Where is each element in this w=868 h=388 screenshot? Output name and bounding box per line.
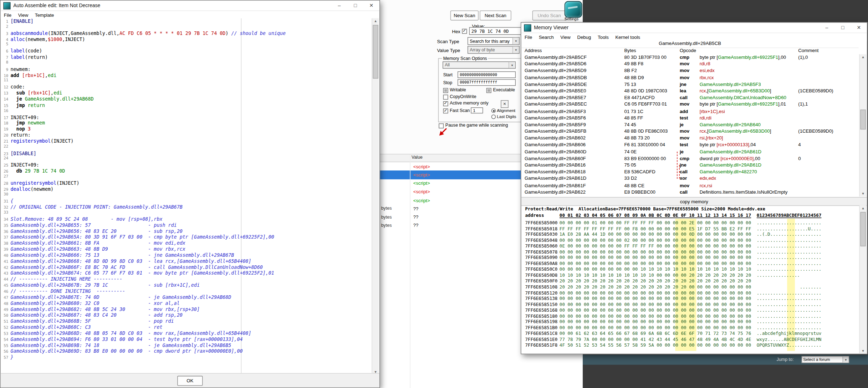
editor-line-57[interactable]: 57} xyxy=(2,354,372,361)
editor-line-49[interactable]: 49GameAssembly.dll+29AB682: 48 8B 5C 24 … xyxy=(2,306,372,312)
cheat-engine-logo-icon[interactable] xyxy=(565,1,582,18)
editor-line-39[interactable]: 39GameAssembly.dll+29AB663: 48 8B D9 - m… xyxy=(2,246,372,252)
editor-line-23[interactable]: 23[DISABLE] xyxy=(2,150,372,156)
hex-row[interactable]: 7FF6E65851F84F 50 51 52 53 54 55 56 57 5… xyxy=(525,342,859,348)
hex-row[interactable]: 7FF6E658516800 00 00 00 00 00 00 00 00 0… xyxy=(525,307,859,313)
hex-row[interactable]: 7FF6E65850F020 20 20 20 20 20 20 20 20 2… xyxy=(525,278,859,284)
menu-item-debug[interactable]: Debug xyxy=(577,34,591,40)
hex-row[interactable]: 7FF6E65851E077 78 79 7A 00 00 00 00 00 0… xyxy=(525,337,859,342)
editor-line-12[interactable]: 12code: xyxy=(2,84,372,90)
editor-line-10[interactable]: 10add [rbx+1C],edi xyxy=(2,72,372,78)
editor-line-51[interactable]: 51GameAssembly.dll+29AB68B: 5F - pop rdi xyxy=(2,318,372,325)
menu-item-tools[interactable]: Tools xyxy=(598,34,609,40)
editor-line-27[interactable]: 27 xyxy=(2,174,372,180)
chevron-down-icon[interactable]: ▼ xyxy=(512,38,519,45)
disasm-row[interactable]: GameAssembly.dll+29AB5ECC6 05 FE6FF703 0… xyxy=(521,102,859,108)
next-scan-button[interactable]: Next Scan xyxy=(480,10,511,20)
column-header-comment[interactable]: Comment xyxy=(798,47,818,53)
editor-line-29[interactable]: 29dealloc(newmem) xyxy=(2,186,372,192)
maximize-button[interactable]: □ xyxy=(835,23,851,33)
editor-line-5[interactable]: 5 xyxy=(2,42,372,48)
column-header-opcode[interactable]: Opcode xyxy=(680,47,696,53)
scroll-down-icon[interactable]: ▼ xyxy=(860,191,867,196)
column-header-bytes[interactable]: Bytes xyxy=(624,47,636,53)
editor-line-13[interactable]: 13 sub [rbx+1C],edi xyxy=(2,90,372,96)
editor-line-34[interactable]: 34Slot.Remove: 48 89 5C 24 08 - mov [rsp… xyxy=(2,216,372,223)
editor-line-28[interactable]: 28unregistersymbol(INJECT) xyxy=(2,180,372,187)
hex-row[interactable]: 7FF6E658510820 20 20 20 20 20 20 20 20 2… xyxy=(525,284,859,290)
scrollbar-thumb[interactable] xyxy=(860,109,866,129)
hex-row[interactable]: 7FF6E658500000 00 00 00 01 00 00 00 FF F… xyxy=(525,220,859,225)
hex-row[interactable]: 7FF6E658515000 00 00 00 00 00 00 00 00 0… xyxy=(525,301,859,307)
scroll-down-icon[interactable]: ▼ xyxy=(860,348,867,354)
hex-row[interactable]: 7FF6E65851B000 00 00 00 00 00 00 00 00 0… xyxy=(525,325,859,331)
ok-button[interactable]: OK xyxy=(177,376,203,386)
aa-title-bar[interactable]: Auto Assemble edit: Item Not Decrease – … xyxy=(1,1,379,11)
hex-row[interactable]: 7FF6E65850D810 10 10 10 10 10 10 10 10 1… xyxy=(525,272,859,278)
value-column-header[interactable]: Value xyxy=(412,155,423,160)
hex-view[interactable]: Protect:Read/Write AllocationBase=7FF6E6… xyxy=(522,205,858,353)
editor-line-32[interactable]: 32// ORIGINAL CODE - INJECTION POINT: Ga… xyxy=(2,204,372,210)
value-type-select[interactable]: Array of byte ▼ xyxy=(468,46,520,54)
editor-line-1[interactable]: 1[ENABLE] xyxy=(2,18,372,24)
disasm-row[interactable]: GameAssembly.dll+29AB61D33 D2xoredx,edx xyxy=(521,176,859,183)
mv-title-bar[interactable]: Memory Viewer – □ ✕ xyxy=(521,23,867,33)
editor-line-18[interactable]: 18 jmp newmem xyxy=(2,120,372,126)
editor-line-6[interactable]: 6label(code) xyxy=(2,48,372,54)
minimize-button[interactable]: – xyxy=(819,23,835,33)
disasm-row[interactable]: GameAssembly.dll+29AB5F301 73 1Cadd[rbx+… xyxy=(521,108,859,115)
scan-type-select[interactable]: Search for this array ▼ xyxy=(468,37,520,45)
editor-line-37[interactable]: 37GameAssembly.dll+29AB65A: 80 3D 91 6F … xyxy=(2,234,372,240)
editor-line-56[interactable]: 56GameAssembly.dll+29AB69D: 83 B8 E0 00 … xyxy=(2,348,372,354)
disasm-row[interactable]: GameAssembly.dll+29AB60D74 0EjeGameAssem… xyxy=(521,149,859,155)
disasm-row[interactable]: GameAssembly.dll+29AB60F83 B9 E0000000 0… xyxy=(521,155,859,162)
editor-line-36[interactable]: 36GameAssembly.dll+29AB656: 48 83 EC 20 … xyxy=(2,228,372,234)
scroll-up-icon[interactable]: ▲ xyxy=(860,54,867,60)
editor-line-45[interactable]: 45GameAssembly.dll+29AB67B: 29 7B 1C - s… xyxy=(2,282,372,289)
editor-line-52[interactable]: 52GameAssembly.dll+29AB68C: C3 - ret xyxy=(2,325,372,331)
editor-line-43[interactable]: 43GameAssembly.dll+29AB674: C6 05 77 6F … xyxy=(2,270,372,276)
chevron-down-icon[interactable]: ▼ xyxy=(843,357,849,363)
current-address-bar[interactable]: GameAssembly.dll+29AB5CB xyxy=(521,40,859,48)
editor-line-21[interactable]: 21registersymbol(INJECT) xyxy=(2,138,372,144)
region-select[interactable]: All ▼ xyxy=(443,61,516,68)
menu-item-file[interactable]: File xyxy=(525,34,532,40)
menu-item-view[interactable]: View xyxy=(560,34,570,40)
disasm-row[interactable]: GameAssembly.dll+29AB5DB48 8B D9movrbx,r… xyxy=(521,75,859,81)
menu-item-file[interactable]: File xyxy=(4,12,11,18)
editor-line-15[interactable]: 15 jmp return xyxy=(2,102,372,108)
forum-select[interactable]: Select a forum ▼ xyxy=(802,356,849,363)
editor-line-22[interactable]: 22 xyxy=(2,144,372,150)
editor-line-44[interactable]: 44// ---------- INJECTING HERE ---------… xyxy=(2,276,372,282)
editor-line-35[interactable]: 35GameAssembly.dll+29AB655: 57 - push rd… xyxy=(2,222,372,228)
hex-scrollbar[interactable]: ▲ ▼ xyxy=(859,205,866,354)
editor-line-31[interactable]: 31{ xyxy=(2,198,372,204)
editor-line-2[interactable]: 2 xyxy=(2,24,372,30)
disasm-row[interactable]: GameAssembly.dll+29AB5E7E8 4471ACFDcallG… xyxy=(521,95,859,102)
undo-scan-button[interactable]: Undo Scan xyxy=(532,10,566,20)
disasm-row[interactable]: GameAssembly.dll+29AB61675 05jneGameAsse… xyxy=(521,162,859,169)
editor-scrollbar[interactable]: ▲ ▼ xyxy=(372,18,379,375)
minimize-button[interactable]: – xyxy=(331,1,347,11)
hex-row[interactable]: 7FF6E658513800 00 00 00 00 00 00 00 00 0… xyxy=(525,296,859,301)
maximize-button[interactable]: □ xyxy=(347,1,363,11)
disasm-row[interactable]: GameAssembly.dll+29AB5DE75 13jneGameAsse… xyxy=(521,81,859,88)
hex-row[interactable]: 7FF6E65850301A E0 28 AA 44 1D 00 00 00 0… xyxy=(525,231,859,237)
hex-row[interactable]: 7FF6E65850A800 00 00 00 00 00 00 00 00 0… xyxy=(525,261,859,266)
fast-scan-checkbox[interactable] xyxy=(443,108,448,113)
active-memory-checkbox[interactable] xyxy=(443,101,448,106)
disasm-row[interactable]: GameAssembly.dll+29AB606F6 81 33010000 0… xyxy=(521,142,859,149)
disasm-row[interactable]: GameAssembly.dll+29AB618E8 536CADFDcallG… xyxy=(521,169,859,176)
scroll-up-icon[interactable]: ▲ xyxy=(372,18,379,24)
editor-line-19[interactable]: 19 nop 3 xyxy=(2,126,372,132)
editor-line-40[interactable]: 40GameAssembly.dll+29AB666: 75 13 - jne … xyxy=(2,252,372,259)
editor-line-48[interactable]: 48GameAssembly.dll+29AB680: 32 C0 - xor … xyxy=(2,300,372,306)
chevron-down-icon[interactable]: ▼ xyxy=(509,62,515,68)
copy-memory-button[interactable]: copy memory xyxy=(521,197,867,206)
hex-row[interactable]: 7FF6E6585018FF FF FF FF FF FF FF FF 00 F… xyxy=(525,226,859,231)
writable-checkbox[interactable] xyxy=(443,88,448,93)
editor-line-41[interactable]: 41GameAssembly.dll+29AB668: 48 8D 0D 99 … xyxy=(2,258,372,264)
stop-input[interactable]: 00007fffffffffff xyxy=(458,79,516,86)
hex-row[interactable]: 7FF6E658509000 00 00 00 00 00 00 00 00 0… xyxy=(525,255,859,260)
editor-line-11[interactable]: 11 xyxy=(2,78,372,85)
